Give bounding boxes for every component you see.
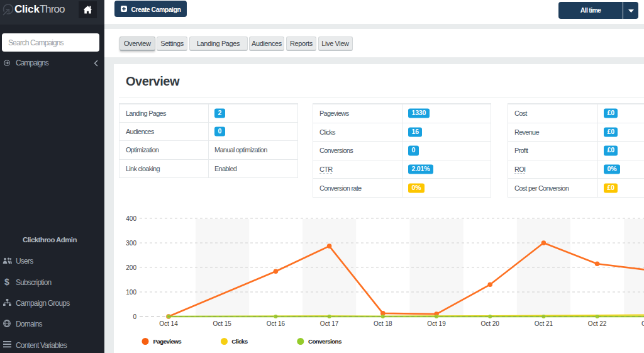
svg-text:Oct 15: Oct 15: [213, 320, 231, 327]
svg-text:300: 300: [126, 240, 136, 247]
svg-text:Conversions: Conversions: [308, 338, 342, 345]
svg-text:Pageviews: Pageviews: [153, 338, 182, 345]
svg-text:200: 200: [126, 264, 136, 271]
svg-text:Oct 22: Oct 22: [588, 320, 607, 327]
svg-text:Oct 17: Oct 17: [320, 320, 339, 327]
svg-text:Oct 14: Oct 14: [159, 320, 178, 327]
svg-text:0: 0: [133, 313, 136, 320]
svg-text:Oct 20: Oct 20: [480, 320, 499, 327]
svg-text:400: 400: [126, 215, 136, 222]
svg-text:Oct 16: Oct 16: [267, 320, 286, 327]
svg-text:Oct 19: Oct 19: [427, 320, 446, 327]
svg-text:Oct 21: Oct 21: [535, 320, 553, 327]
svg-text:Oct 18: Oct 18: [374, 320, 392, 327]
svg-text:Oct 23: Oct 23: [641, 320, 644, 327]
svg-text:Clicks: Clicks: [231, 338, 248, 345]
svg-text:100: 100: [126, 289, 136, 296]
